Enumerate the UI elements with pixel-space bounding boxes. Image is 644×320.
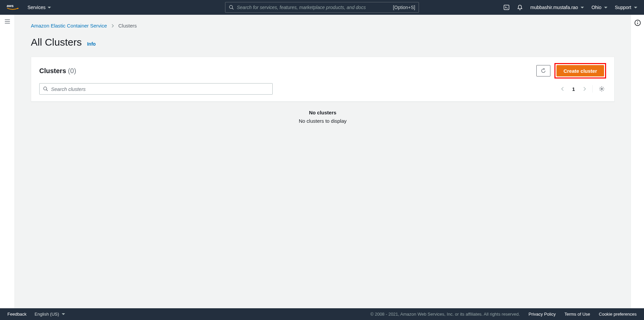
svg-point-12 [637, 21, 638, 22]
main-content: Amazon Elastic Container Service Cluster… [15, 15, 631, 308]
support-dropdown[interactable]: Support [615, 5, 637, 10]
notifications-icon[interactable] [517, 4, 523, 10]
services-label: Services [28, 5, 46, 10]
username-label: mubbashir.mustafa.rao [530, 5, 578, 10]
caret-down-icon [48, 7, 51, 8]
chevron-left-icon [561, 87, 564, 91]
gear-icon [599, 86, 605, 92]
card-count: (0) [68, 67, 76, 74]
create-cluster-button[interactable]: Create cluster [556, 65, 604, 76]
page-title: All Clusters [31, 37, 82, 48]
breadcrumb-root-link[interactable]: Amazon Elastic Container Service [31, 23, 107, 29]
svg-line-9 [46, 90, 48, 91]
caret-down-icon [62, 313, 65, 315]
empty-heading: No clusters [31, 110, 614, 115]
page-next-button[interactable] [582, 85, 588, 93]
search-icon [229, 5, 234, 10]
caret-down-icon [634, 7, 637, 8]
aws-logo[interactable]: aws [7, 4, 19, 11]
info-link[interactable]: Info [87, 41, 96, 47]
svg-point-10 [601, 88, 603, 90]
cloudshell-icon[interactable] [503, 4, 509, 10]
right-help-rail [631, 15, 644, 308]
caret-down-icon [581, 7, 584, 8]
svg-text:aws: aws [7, 4, 13, 8]
empty-sub: No clusters to display [31, 118, 614, 124]
cookie-preferences-link[interactable]: Cookie preferences [599, 312, 637, 317]
page-number: 1 [570, 86, 577, 92]
left-sidebar-toggle-rail [0, 15, 15, 308]
terms-link[interactable]: Terms of Use [565, 312, 590, 317]
global-search[interactable]: [Option+S] [225, 2, 419, 13]
svg-line-2 [232, 8, 233, 9]
language-dropdown[interactable]: English (US) [35, 312, 65, 317]
top-nav: aws Services [Option+S] mubbashir.mustaf… [0, 0, 644, 15]
footer: Feedback English (US) © 2008 - 2021, Ama… [0, 308, 644, 320]
cluster-search[interactable] [39, 83, 273, 95]
table-settings-button[interactable] [597, 85, 606, 93]
svg-point-1 [229, 5, 232, 8]
services-dropdown[interactable]: Services [28, 5, 51, 10]
privacy-link[interactable]: Privacy Policy [529, 312, 556, 317]
region-label: Ohio [591, 5, 601, 10]
breadcrumb-current: Clusters [118, 23, 137, 29]
account-dropdown[interactable]: mubbashir.mustafa.rao [530, 5, 584, 10]
search-icon [43, 86, 48, 92]
pagination: 1 [559, 85, 606, 93]
refresh-icon [541, 68, 546, 73]
chevron-right-icon [583, 87, 586, 91]
hamburger-icon[interactable] [4, 19, 10, 24]
caret-down-icon [604, 7, 607, 8]
info-circle-icon [634, 19, 641, 26]
cluster-search-input[interactable] [51, 86, 269, 92]
refresh-button[interactable] [536, 65, 550, 76]
info-panel-toggle[interactable] [634, 19, 641, 26]
feedback-link[interactable]: Feedback [7, 312, 26, 317]
chevron-right-icon [111, 24, 114, 28]
support-label: Support [615, 5, 631, 10]
region-dropdown[interactable]: Ohio [591, 5, 607, 10]
card-title-text: Clusters [39, 67, 66, 74]
annotation-highlight: Create cluster [554, 63, 606, 78]
language-label: English (US) [35, 312, 59, 317]
clusters-card: Clusters (0) Create cluster [31, 57, 614, 102]
svg-point-8 [44, 87, 47, 90]
global-search-input[interactable] [237, 5, 393, 10]
copyright-text: © 2008 - 2021, Amazon Web Services, Inc.… [370, 312, 520, 317]
breadcrumb: Amazon Elastic Container Service Cluster… [31, 23, 614, 29]
page-prev-button[interactable] [559, 85, 566, 93]
search-shortcut-label: [Option+S] [393, 5, 415, 10]
divider [592, 85, 593, 93]
card-title: Clusters (0) [39, 67, 76, 75]
empty-state: No clusters No clusters to display [31, 102, 614, 128]
